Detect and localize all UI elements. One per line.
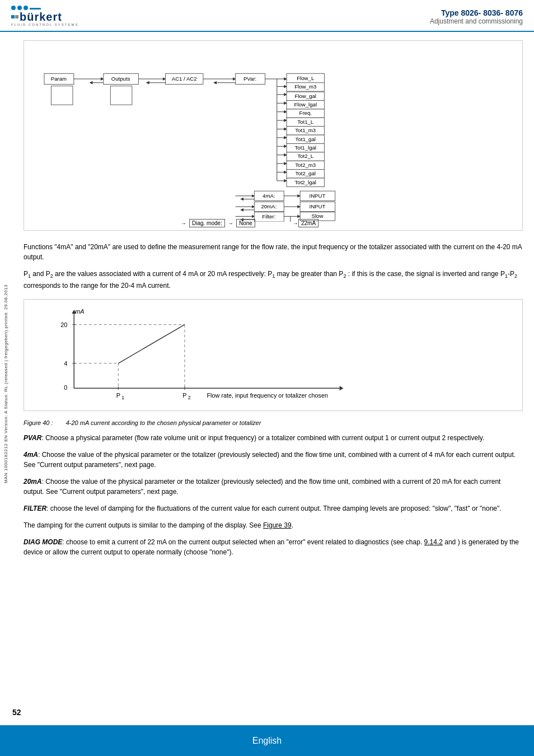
svg-text:Freq.: Freq. [299, 110, 312, 116]
dot-2 [17, 6, 22, 10]
diag-section: DIAG MODE: choose to emit a current of 2… [24, 537, 523, 557]
left-margin-text: MAN 1000182212 EN Version: A Status: RL … [0, 45, 12, 722]
svg-text:20: 20 [60, 321, 67, 328]
chart-svg: mA 20 4 0 P 1 P 2 [35, 308, 511, 402]
svg-text:Flow_gal: Flow_gal [295, 93, 316, 99]
figure-description: 4-20 mA current according to the chosen … [66, 419, 261, 426]
diag-arrow: → [181, 220, 186, 226]
svg-text:Slow: Slow [312, 213, 324, 219]
diag-mode-box: Diag. mode: [189, 219, 225, 227]
pvar-section: PVAR: Choose a physical parameter (flow … [24, 433, 523, 443]
damping-prefix: The damping for the current outputs is s… [24, 521, 263, 529]
page-header: bürkert FLUID CONTROL SYSTEMS Type 8026-… [0, 0, 534, 32]
svg-text:Tot2_L: Tot2_L [297, 153, 314, 159]
svg-text:P: P [182, 392, 186, 399]
page-footer: English [0, 725, 534, 756]
pvar-label: PVAR [24, 434, 41, 442]
document-type: Type 8026- 8036- 8076 [112, 8, 523, 17]
20ma-body: : Choose the value of the physical param… [24, 478, 500, 496]
logo-area: bürkert FLUID CONTROL SYSTEMS [11, 6, 112, 26]
pvar-label: PVar: [243, 76, 256, 82]
svg-text:INPUT: INPUT [310, 193, 326, 199]
4ma-section: 4mA: Choose the value of the physical pa… [24, 450, 523, 470]
svg-text:Flow rate, input frequency or : Flow rate, input frequency or totalizer … [207, 392, 328, 399]
damping-section: The damping for the current outputs is s… [24, 520, 523, 530]
pvar-text: PVAR: Choose a physical parameter (flow … [24, 433, 523, 443]
svg-text:Filter:: Filter: [262, 213, 275, 220]
20ma-label: 20mA [24, 478, 42, 486]
20ma-text: 20mA: Choose the value of the physical p… [24, 477, 523, 497]
page-number: 52 [12, 708, 21, 717]
filter-body: : choose the level of damping for the fl… [46, 505, 501, 512]
svg-line-108 [118, 325, 185, 363]
svg-rect-5 [110, 86, 132, 105]
outputs-label: Outputs [111, 76, 130, 82]
svg-text:Tot1_L: Tot1_L [297, 119, 314, 125]
margin-info: MAN 1000182212 EN Version: A Status: RL … [4, 284, 9, 483]
pvar-body: : Choose a physical parameter (flow rate… [41, 434, 484, 442]
para1-text: Functions "4mA" and "20mA" are used to d… [24, 242, 523, 262]
svg-text:INPUT: INPUT [310, 203, 326, 209]
svg-text:2: 2 [188, 395, 191, 400]
header-info: Type 8026- 8036- 8076 Adjustment and com… [112, 6, 523, 25]
diag-arrow2: → [228, 220, 233, 226]
svg-text:Tot2_gal: Tot2_gal [296, 170, 316, 176]
ac1ac2-label: AC1 / AC2 [172, 76, 197, 82]
svg-text:20mA:: 20mA: [261, 203, 277, 209]
diag-body1: : choose to emit a current of 22 mA on t… [62, 538, 424, 546]
svg-text:Flow_L: Flow_L [297, 75, 315, 81]
flowchart-diagram: Param Outputs AC1 / AC2 PVar: [24, 40, 523, 231]
4ma-text: 4mA: Choose the value of the physical pa… [24, 450, 523, 470]
document-subtitle: Adjustment and commissioning [112, 17, 523, 25]
svg-text:Tot1_m3: Tot1_m3 [295, 127, 316, 133]
sq2 [15, 15, 18, 18]
logo-name-row: bürkert [11, 11, 62, 22]
burkert-logo: bürkert FLUID CONTROL SYSTEMS [11, 6, 112, 26]
logo-squares [11, 15, 18, 18]
svg-text:Tot1_gal: Tot1_gal [296, 136, 316, 142]
svg-text:4: 4 [64, 360, 67, 367]
filter-label: FILTER [24, 505, 46, 512]
svg-text:P: P [116, 392, 120, 399]
diag-none-box: None [236, 219, 255, 227]
svg-text:1: 1 [121, 395, 124, 400]
svg-rect-4 [51, 86, 73, 105]
main-content: Param Outputs AC1 / AC2 PVar: [12, 32, 534, 572]
filter-section: FILTER: choose the level of damping for … [24, 503, 523, 514]
sq1 [11, 15, 15, 18]
figure-number: Figure 40 : [24, 419, 53, 426]
diag-text: DIAG MODE: choose to emit a current of 2… [24, 537, 523, 557]
4ma-label: 4mA [24, 451, 38, 459]
filter-text: FILTER: choose the level of damping for … [24, 503, 523, 514]
dot-3 [24, 6, 28, 10]
20ma-section: 20mA: Choose the value of the physical p… [24, 477, 523, 497]
logo-dots [11, 6, 41, 10]
paragraph-2: P1 and P2 are the values associated with… [24, 269, 523, 291]
svg-text:Tot2_m3: Tot2_m3 [295, 162, 316, 168]
svg-text:4mA:: 4mA: [263, 193, 275, 199]
paragraph-1: Functions "4mA" and "20mA" are used to d… [24, 242, 523, 262]
svg-text:0: 0 [64, 384, 67, 391]
damping-text: The damping for the current outputs is s… [24, 520, 523, 530]
diag-mode-row: → Diag. mode: → None [181, 219, 255, 227]
figure39-link[interactable]: Figure 39 [263, 521, 292, 529]
svg-text:Tot2_lgal: Tot2_lgal [295, 179, 316, 185]
logo-text: bürkert [20, 11, 62, 22]
chart-container: mA 20 4 0 P 1 P 2 [24, 299, 523, 411]
svg-text:Flow_m3: Flow_m3 [294, 83, 316, 90]
diag-22ma: →22mA [293, 219, 318, 227]
param-label: Param [51, 76, 67, 82]
diag-link[interactable]: 9.14.2 [424, 538, 443, 546]
logo-tagline: FLUID CONTROL SYSTEMS [11, 23, 78, 26]
language-label: English [252, 736, 282, 746]
logo-line [30, 8, 41, 10]
svg-marker-93 [340, 386, 344, 390]
svg-text:Flow_lgal: Flow_lgal [294, 101, 317, 108]
4ma-body: : Choose the value of the physical param… [24, 451, 516, 469]
figure-caption: Figure 40 : 4-20 mA current according to… [24, 419, 523, 426]
svg-text:mA: mA [75, 308, 84, 315]
damping-suffix: . [292, 521, 293, 529]
para2-text: P1 and P2 are the values associated with… [24, 269, 523, 291]
diag-label: DIAG MODE [24, 538, 62, 546]
dot-1 [11, 6, 16, 10]
